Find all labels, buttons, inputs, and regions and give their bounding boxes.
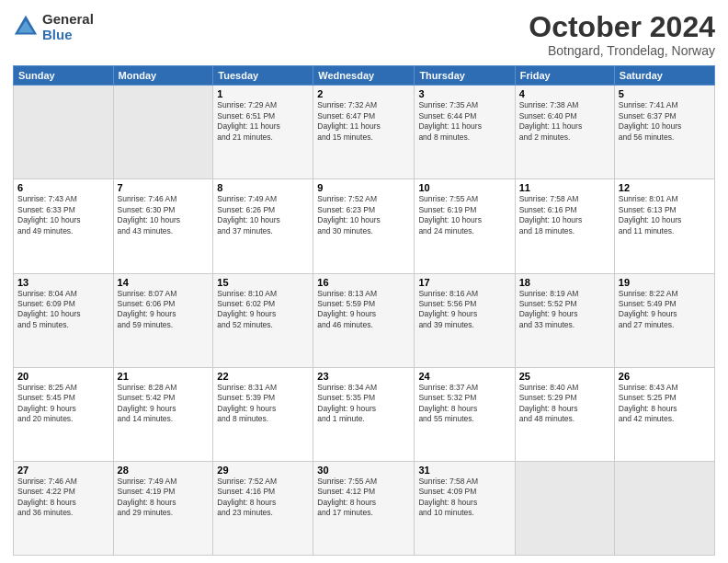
day-info: Sunrise: 7:38 AM Sunset: 6:40 PM Dayligh… (519, 100, 610, 143)
day-number: 8 (217, 182, 309, 193)
day-info: Sunrise: 8:13 AM Sunset: 5:59 PM Dayligh… (317, 289, 410, 331)
day-number: 13 (17, 277, 109, 288)
table-row: 17Sunrise: 8:16 AM Sunset: 5:56 PM Dayli… (415, 273, 515, 367)
day-number: 21 (118, 371, 210, 382)
table-row: 30Sunrise: 7:55 AM Sunset: 4:12 PM Dayli… (313, 461, 415, 555)
table-row: 28Sunrise: 7:49 AM Sunset: 4:19 PM Dayli… (113, 461, 213, 555)
logo-text: General Blue (42, 11, 94, 42)
table-row: 5Sunrise: 7:41 AM Sunset: 6:37 PM Daylig… (614, 86, 714, 179)
table-row: 18Sunrise: 8:19 AM Sunset: 5:52 PM Dayli… (515, 273, 614, 367)
subtitle: Botngard, Trondelag, Norway (529, 43, 715, 58)
day-number: 24 (418, 371, 510, 382)
day-info: Sunrise: 7:29 AM Sunset: 6:51 PM Dayligh… (217, 100, 309, 143)
table-row: 4Sunrise: 7:38 AM Sunset: 6:40 PM Daylig… (515, 86, 614, 179)
day-number: 26 (619, 371, 711, 382)
table-row: 15Sunrise: 8:10 AM Sunset: 6:02 PM Dayli… (213, 273, 313, 367)
header-thursday: Thursday (415, 66, 515, 86)
day-number: 28 (118, 465, 210, 476)
main-title: October 2024 (529, 11, 715, 43)
table-row: 27Sunrise: 7:46 AM Sunset: 4:22 PM Dayli… (14, 461, 114, 555)
day-info: Sunrise: 7:58 AM Sunset: 4:09 PM Dayligh… (418, 477, 510, 519)
day-info: Sunrise: 7:55 AM Sunset: 4:12 PM Dayligh… (317, 477, 410, 519)
header-friday: Friday (515, 66, 614, 86)
day-number: 16 (317, 277, 410, 288)
day-info: Sunrise: 8:22 AM Sunset: 5:49 PM Dayligh… (619, 289, 711, 331)
day-info: Sunrise: 7:55 AM Sunset: 6:19 PM Dayligh… (418, 194, 510, 236)
day-number: 3 (418, 88, 510, 99)
day-info: Sunrise: 8:10 AM Sunset: 6:02 PM Dayligh… (217, 289, 309, 331)
day-number: 23 (317, 371, 410, 382)
table-row: 3Sunrise: 7:35 AM Sunset: 6:44 PM Daylig… (415, 86, 515, 179)
title-block: October 2024 Botngard, Trondelag, Norway (529, 11, 715, 58)
table-row (614, 461, 714, 555)
header-sunday: Sunday (14, 66, 114, 86)
day-number: 1 (217, 88, 309, 99)
table-row: 14Sunrise: 8:07 AM Sunset: 6:06 PM Dayli… (113, 273, 213, 367)
day-number: 25 (519, 371, 610, 382)
day-number: 27 (17, 465, 109, 476)
day-info: Sunrise: 7:52 AM Sunset: 4:16 PM Dayligh… (217, 477, 309, 519)
day-info: Sunrise: 8:16 AM Sunset: 5:56 PM Dayligh… (418, 289, 510, 331)
day-info: Sunrise: 7:49 AM Sunset: 6:26 PM Dayligh… (217, 194, 309, 236)
day-number: 9 (317, 182, 410, 193)
day-number: 31 (418, 465, 510, 476)
day-number: 19 (619, 277, 711, 288)
day-number: 6 (17, 182, 109, 193)
day-info: Sunrise: 8:34 AM Sunset: 5:35 PM Dayligh… (317, 383, 410, 425)
day-info: Sunrise: 8:37 AM Sunset: 5:32 PM Dayligh… (418, 383, 510, 425)
day-info: Sunrise: 7:46 AM Sunset: 4:22 PM Dayligh… (17, 477, 109, 519)
logo-icon (13, 14, 39, 40)
day-info: Sunrise: 8:25 AM Sunset: 5:45 PM Dayligh… (17, 383, 109, 425)
day-number: 20 (17, 371, 109, 382)
day-number: 7 (118, 182, 210, 193)
day-number: 4 (519, 88, 610, 99)
day-info: Sunrise: 8:40 AM Sunset: 5:29 PM Dayligh… (519, 383, 610, 425)
day-info: Sunrise: 7:58 AM Sunset: 6:16 PM Dayligh… (519, 194, 610, 236)
header-monday: Monday (113, 66, 213, 86)
table-row: 21Sunrise: 8:28 AM Sunset: 5:42 PM Dayli… (113, 367, 213, 461)
table-row: 11Sunrise: 7:58 AM Sunset: 6:16 PM Dayli… (515, 179, 614, 273)
day-info: Sunrise: 7:35 AM Sunset: 6:44 PM Dayligh… (418, 100, 510, 143)
day-info: Sunrise: 8:31 AM Sunset: 5:39 PM Dayligh… (217, 383, 309, 425)
day-number: 2 (317, 88, 410, 99)
day-number: 29 (217, 465, 309, 476)
day-info: Sunrise: 8:28 AM Sunset: 5:42 PM Dayligh… (118, 383, 210, 425)
table-row: 31Sunrise: 7:58 AM Sunset: 4:09 PM Dayli… (415, 461, 515, 555)
table-row: 13Sunrise: 8:04 AM Sunset: 6:09 PM Dayli… (14, 273, 114, 367)
table-row (14, 86, 114, 179)
table-row: 23Sunrise: 8:34 AM Sunset: 5:35 PM Dayli… (313, 367, 415, 461)
table-row (515, 461, 614, 555)
table-row: 26Sunrise: 8:43 AM Sunset: 5:25 PM Dayli… (614, 367, 714, 461)
day-number: 10 (418, 182, 510, 193)
table-row: 29Sunrise: 7:52 AM Sunset: 4:16 PM Dayli… (213, 461, 313, 555)
header-tuesday: Tuesday (213, 66, 313, 86)
day-info: Sunrise: 7:52 AM Sunset: 6:23 PM Dayligh… (317, 194, 410, 236)
table-row: 9Sunrise: 7:52 AM Sunset: 6:23 PM Daylig… (313, 179, 415, 273)
table-row: 22Sunrise: 8:31 AM Sunset: 5:39 PM Dayli… (213, 367, 313, 461)
day-info: Sunrise: 8:07 AM Sunset: 6:06 PM Dayligh… (118, 289, 210, 331)
day-info: Sunrise: 7:46 AM Sunset: 6:30 PM Dayligh… (118, 194, 210, 236)
day-number: 12 (619, 182, 711, 193)
table-row: 12Sunrise: 8:01 AM Sunset: 6:13 PM Dayli… (614, 179, 714, 273)
table-row: 2Sunrise: 7:32 AM Sunset: 6:47 PM Daylig… (313, 86, 415, 179)
day-info: Sunrise: 8:43 AM Sunset: 5:25 PM Dayligh… (619, 383, 711, 425)
day-info: Sunrise: 7:32 AM Sunset: 6:47 PM Dayligh… (317, 100, 410, 143)
table-row: 24Sunrise: 8:37 AM Sunset: 5:32 PM Dayli… (415, 367, 515, 461)
page-header: General Blue October 2024 Botngard, Tron… (13, 11, 715, 58)
table-row: 7Sunrise: 7:46 AM Sunset: 6:30 PM Daylig… (113, 179, 213, 273)
day-number: 15 (217, 277, 309, 288)
day-info: Sunrise: 7:49 AM Sunset: 4:19 PM Dayligh… (118, 477, 210, 519)
day-info: Sunrise: 8:04 AM Sunset: 6:09 PM Dayligh… (17, 289, 109, 331)
day-number: 18 (519, 277, 610, 288)
day-info: Sunrise: 7:43 AM Sunset: 6:33 PM Dayligh… (17, 194, 109, 236)
table-row: 25Sunrise: 8:40 AM Sunset: 5:29 PM Dayli… (515, 367, 614, 461)
day-number: 17 (418, 277, 510, 288)
day-info: Sunrise: 7:41 AM Sunset: 6:37 PM Dayligh… (619, 100, 711, 143)
day-number: 30 (317, 465, 410, 476)
table-row: 20Sunrise: 8:25 AM Sunset: 5:45 PM Dayli… (14, 367, 114, 461)
day-number: 14 (118, 277, 210, 288)
table-row: 10Sunrise: 7:55 AM Sunset: 6:19 PM Dayli… (415, 179, 515, 273)
day-info: Sunrise: 8:19 AM Sunset: 5:52 PM Dayligh… (519, 289, 610, 331)
table-row (113, 86, 213, 179)
logo: General Blue (13, 11, 94, 42)
